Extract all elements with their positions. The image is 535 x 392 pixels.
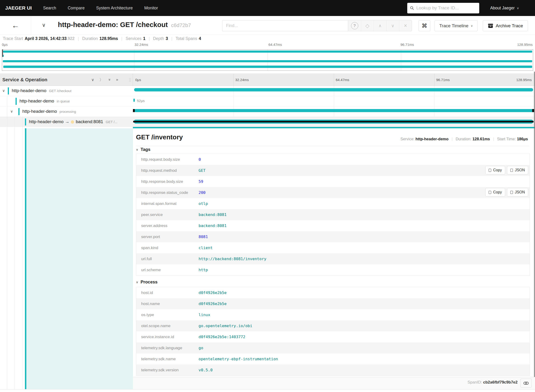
process-key: telemetry.sdk.version [136, 368, 199, 373]
child-span-marker [133, 109, 135, 112]
span-row-in-queue[interactable]: http-header-demoin queue 52μs [0, 96, 535, 107]
tag-row: span.kind client [136, 242, 530, 253]
selected-span-detail-backdrop [26, 128, 133, 389]
process-row: telemetry.sdk.version v0.5.0 [136, 364, 530, 376]
trace-start-ms: .922 [67, 36, 75, 41]
scrollbar[interactable] [534, 72, 535, 377]
trace-id-search-input[interactable] [416, 5, 476, 11]
help-icon: ? [351, 22, 358, 29]
link-icon [523, 382, 529, 385]
span-duration-bar[interactable] [134, 88, 533, 91]
trace-id-search-box[interactable] [407, 3, 479, 13]
service-color-block [8, 87, 9, 94]
archive-trace-button[interactable]: Archive Trace [483, 20, 528, 31]
tag-key: http.response.body.size [136, 179, 199, 184]
minimap-tick-labels: 0μs 32.24ms 64.47ms 96.71ms 128.95ms [0, 42, 535, 49]
jaeger-trace-page: JAEGER UI Search Compare System Architec… [0, 0, 535, 392]
peer-service-color-dot [71, 120, 74, 124]
trace-timeline-minimap[interactable] [2, 49, 533, 71]
focus-diamond-icon: ◇ [365, 23, 369, 29]
find-next-button[interactable]: ∨ [386, 20, 399, 31]
span-self-time-bar [133, 121, 534, 122]
find-clear-button[interactable]: × [399, 20, 412, 31]
service-operation-header: Service & Operation ∨ 〉 » » [0, 74, 133, 86]
tag-row: url.scheme http [136, 264, 530, 275]
span-collapse-caret[interactable]: ∨ [10, 109, 13, 113]
tag-row: url.full http://backend:8081/inventory [136, 253, 530, 264]
minimap-left-scrubber-handle[interactable] [2, 50, 3, 57]
expand-one-icon[interactable]: 〉 [99, 77, 103, 83]
span-service-name: http-header-demo [19, 98, 54, 103]
span-service-name: http-header-demo [29, 119, 63, 124]
copy-value-button[interactable]: Copy [485, 166, 505, 174]
find-input[interactable] [222, 20, 348, 31]
span-row-checkout[interactable]: ∨ http-header-demoGET /checkout [0, 86, 535, 96]
copy-value-button[interactable]: Copy [485, 188, 505, 196]
column-resize-grip[interactable] [129, 78, 131, 82]
trace-header-bar: ← ∨ http-header-demo: GET /checkoutc6d72… [0, 16, 535, 35]
process-key: service.instance.id [136, 335, 199, 339]
tag-key: url.full [136, 257, 199, 261]
tag-key: span.kind [136, 246, 199, 250]
chevron-down-icon: ∨ [136, 148, 138, 151]
deep-link-button[interactable] [521, 379, 532, 387]
child-span-marker [532, 109, 534, 112]
back-button[interactable]: ← [0, 16, 31, 35]
total-spans-value: 4 [199, 36, 201, 41]
depth-value: 3 [166, 36, 168, 41]
collapse-all-icon[interactable]: » [107, 79, 112, 81]
copy-icon [510, 191, 513, 194]
process-value: opentelemetry-ebpf-instrumentation [199, 357, 278, 361]
chevron-down-icon: ∨ [136, 280, 138, 284]
span-id: SpanID: cb2a6fbf79c9b7e2 [468, 380, 518, 385]
nav-item-monitor[interactable]: Monitor [144, 6, 158, 11]
process-key: host.id [136, 290, 199, 295]
nav-item-compare[interactable]: Compare [68, 6, 85, 11]
trace-title-collapse-caret[interactable]: ∨ [42, 22, 46, 28]
expand-all-icon[interactable]: » [116, 77, 118, 82]
tag-value: http [199, 268, 208, 272]
timeline-tick: 0μs [135, 74, 141, 86]
service-color-block [15, 98, 17, 105]
tag-key: server.address [136, 224, 199, 228]
tag-value: GET [199, 168, 206, 173]
span-duration-bar[interactable] [134, 99, 135, 102]
top-nav: JAEGER UI Search Compare System Architec… [0, 0, 535, 16]
peer-service-name: backend:8081 [76, 119, 103, 124]
tag-row-actions: Copy JSON [485, 166, 528, 174]
process-value: go [199, 346, 203, 350]
span-row-backend-selected[interactable]: http-header-demo→backend:8081GET /... [0, 117, 535, 127]
span-duration-bar[interactable] [134, 109, 533, 112]
keyboard-shortcuts-button[interactable]: ⌘ [419, 20, 430, 31]
find-focus-button[interactable]: ◇ [361, 20, 374, 31]
timeline-tick: 64.47ms [336, 74, 349, 86]
timeline-tick: 96.71ms [436, 74, 450, 86]
trace-start-value: April 3 2026, 14:42:33 [25, 36, 67, 41]
tag-key: internal.span.format [136, 201, 199, 206]
tags-section-header[interactable]: ∨ Tags [136, 147, 150, 152]
timeline-tick: 32.24ms [235, 74, 249, 86]
minimap-tick: 32.24ms [134, 42, 148, 47]
app-logo[interactable]: JAEGER UI [5, 5, 32, 11]
find-help-button[interactable]: ? [348, 20, 361, 31]
trace-title: http-header-demo: GET /checkoutc6d72b7 [58, 21, 191, 29]
span-duration-label: 52μs [137, 99, 145, 103]
timeline-gridline [334, 74, 334, 86]
tag-key: http.request.method [136, 168, 199, 173]
collapse-one-icon[interactable]: ∨ [91, 77, 94, 82]
span-service-name: http-header-demo [12, 88, 46, 93]
search-icon [410, 6, 414, 10]
copy-json-button[interactable]: JSON [507, 166, 528, 174]
copy-json-button[interactable]: JSON [507, 188, 528, 196]
chevron-down-icon: ∨ [391, 23, 395, 28]
span-row-processing[interactable]: ∨ http-header-demoprocessing [0, 107, 535, 117]
span-collapse-caret[interactable]: ∨ [2, 89, 5, 93]
minimap-tick: 96.71ms [401, 42, 414, 47]
about-jaeger-menu[interactable]: About Jaeger ∨ [490, 6, 519, 11]
find-prev-button[interactable]: ∧ [374, 20, 386, 31]
service-label: Service: [401, 137, 415, 141]
process-section-header[interactable]: ∨ Process [136, 280, 158, 285]
trace-view-select[interactable]: Trace Timeline ∨ [435, 20, 478, 31]
nav-item-search[interactable]: Search [43, 6, 56, 11]
nav-item-system-architecture[interactable]: System Architecture [96, 6, 133, 11]
